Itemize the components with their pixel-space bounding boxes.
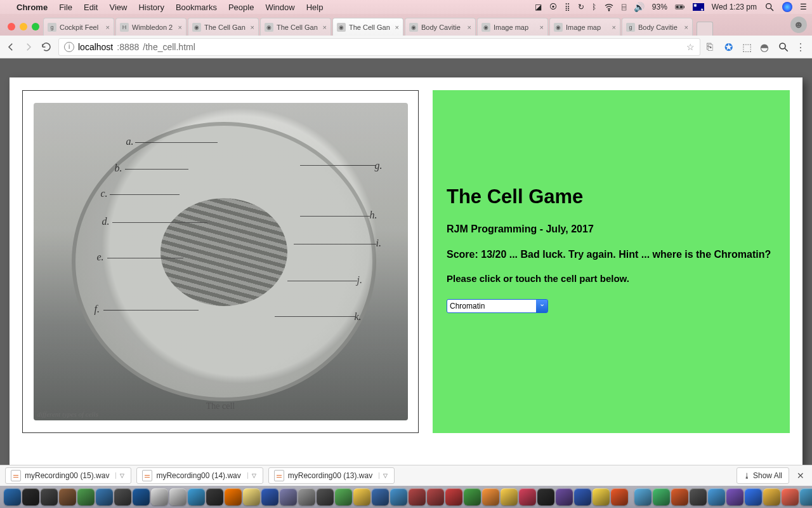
download-menu-icon[interactable]: ▽ bbox=[115, 472, 124, 479]
dock-app-icon[interactable] bbox=[427, 488, 444, 505]
dock-app-icon[interactable] bbox=[671, 488, 688, 505]
tab-close-icon[interactable]: × bbox=[178, 23, 182, 31]
download-item[interactable]: myRecording00 (15).wav▽ bbox=[5, 467, 131, 484]
dock-app-icon[interactable] bbox=[653, 488, 670, 505]
diagram-label-i[interactable]: i. bbox=[376, 237, 381, 249]
dock-app-icon[interactable] bbox=[519, 488, 536, 505]
volume-icon[interactable]: 🔊 bbox=[634, 2, 645, 12]
close-window-button[interactable] bbox=[8, 23, 15, 30]
browser-tab[interactable]: The Cell Gan× bbox=[188, 18, 259, 36]
extension-icon[interactable]: ⬚ bbox=[742, 41, 754, 53]
dock-app-icon[interactable] bbox=[206, 488, 223, 505]
cell-part-select[interactable]: Chromatin bbox=[447, 299, 548, 313]
diagram-label-j[interactable]: j. bbox=[357, 274, 362, 286]
status-icon[interactable]: ⣿ bbox=[565, 3, 570, 11]
reload-button[interactable] bbox=[41, 41, 52, 53]
browser-tab[interactable]: gCockpit Feel× bbox=[43, 18, 114, 36]
diagram-label-c[interactable]: c. bbox=[101, 188, 108, 199]
input-flag-icon[interactable] bbox=[693, 3, 704, 11]
download-menu-icon[interactable]: ▽ bbox=[379, 472, 388, 479]
menu-window[interactable]: Window bbox=[265, 3, 294, 12]
dock-app-icon[interactable] bbox=[745, 488, 762, 505]
airplay-icon[interactable]: ⌸ bbox=[622, 3, 626, 11]
diagram-label-e[interactable]: e. bbox=[97, 251, 104, 263]
tab-close-icon[interactable]: × bbox=[612, 23, 616, 31]
timemachine-icon[interactable]: ↻ bbox=[578, 3, 584, 11]
tab-close-icon[interactable]: × bbox=[395, 23, 399, 31]
browser-tab[interactable]: HWimbledon 2× bbox=[115, 18, 187, 36]
siri-icon[interactable] bbox=[782, 2, 792, 12]
downloads-show-all-button[interactable]: ⭳ Show All bbox=[737, 467, 789, 484]
dock-app-icon[interactable] bbox=[556, 488, 573, 505]
dock-app-icon[interactable] bbox=[4, 488, 21, 505]
tab-close-icon[interactable]: × bbox=[684, 23, 688, 31]
dock-app-icon[interactable] bbox=[225, 488, 242, 505]
dock-app-icon[interactable] bbox=[763, 488, 780, 505]
diagram-label-d[interactable]: d. bbox=[102, 216, 110, 227]
dock-app-icon[interactable] bbox=[133, 488, 150, 505]
dock-app-icon[interactable] bbox=[593, 488, 610, 505]
dock-app-icon[interactable] bbox=[611, 488, 628, 505]
dock-app-icon[interactable] bbox=[372, 488, 389, 505]
profile-button[interactable]: ☻ bbox=[790, 17, 807, 33]
dock-app-icon[interactable] bbox=[574, 488, 591, 505]
download-item[interactable]: myRecording00 (13).wav▽ bbox=[268, 467, 395, 484]
extension-search-icon[interactable] bbox=[778, 41, 789, 53]
browser-tab[interactable]: gBody Cavitie× bbox=[622, 18, 693, 36]
dock-app-icon[interactable] bbox=[188, 488, 205, 505]
download-item[interactable]: myRecording00 (14).wav▽ bbox=[136, 467, 263, 484]
browser-tab[interactable]: The Cell Gan× bbox=[260, 18, 331, 36]
dock-app-icon[interactable] bbox=[690, 488, 707, 505]
bluetooth-icon[interactable]: ᛒ bbox=[592, 3, 596, 11]
menu-file[interactable]: File bbox=[59, 3, 72, 12]
extension-icon[interactable]: ◓ bbox=[760, 41, 771, 53]
dock-app-icon[interactable] bbox=[782, 488, 799, 505]
browser-tab[interactable]: Image map× bbox=[477, 18, 548, 36]
dock-app-icon[interactable] bbox=[501, 488, 518, 505]
spotlight-icon[interactable] bbox=[764, 2, 775, 12]
dock-app-icon[interactable] bbox=[22, 488, 39, 505]
dock-app-icon[interactable] bbox=[537, 488, 554, 505]
dock-app-icon[interactable] bbox=[390, 488, 407, 505]
menu-help[interactable]: Help bbox=[306, 3, 324, 12]
dock-app-icon[interactable] bbox=[298, 488, 315, 505]
diagram-label-g[interactable]: g. bbox=[375, 160, 383, 171]
tab-close-icon[interactable]: × bbox=[106, 23, 110, 31]
chrome-menu-icon[interactable]: ⋮ bbox=[796, 41, 807, 53]
downloads-close-button[interactable]: ✕ bbox=[794, 471, 807, 481]
dock-app-icon[interactable] bbox=[280, 488, 297, 505]
dock-app-icon[interactable] bbox=[114, 488, 131, 505]
dock-app-icon[interactable] bbox=[59, 488, 76, 505]
download-menu-icon[interactable]: ▽ bbox=[247, 472, 256, 479]
dock-app-icon[interactable] bbox=[409, 488, 426, 505]
dock-app-icon[interactable] bbox=[445, 488, 462, 505]
status-icon[interactable]: ⦿ bbox=[549, 3, 557, 11]
forward-button[interactable] bbox=[23, 41, 34, 53]
wifi-icon[interactable] bbox=[604, 2, 614, 12]
back-button[interactable] bbox=[5, 41, 16, 53]
dock-app-icon[interactable] bbox=[726, 488, 743, 505]
dock-app-icon[interactable] bbox=[77, 488, 95, 505]
new-tab-button[interactable] bbox=[697, 22, 713, 36]
menu-view[interactable]: View bbox=[109, 3, 127, 12]
tab-close-icon[interactable]: × bbox=[251, 23, 254, 31]
dock-app-icon[interactable] bbox=[243, 488, 260, 505]
diagram-label-a[interactable]: a. bbox=[126, 136, 134, 147]
site-info-icon[interactable]: i bbox=[64, 42, 74, 52]
clock[interactable]: Wed 1:23 pm bbox=[712, 3, 757, 11]
dock-app-icon[interactable] bbox=[41, 488, 58, 505]
browser-tab[interactable]: Image map× bbox=[549, 18, 620, 36]
dock-app-icon[interactable] bbox=[96, 488, 113, 505]
dock-app-icon[interactable] bbox=[335, 488, 352, 505]
diagram-label-k[interactable]: k. bbox=[355, 311, 362, 323]
dock-app-icon[interactable] bbox=[261, 488, 278, 505]
zoom-window-button[interactable] bbox=[32, 23, 39, 30]
dock-app-icon[interactable] bbox=[151, 488, 168, 505]
tab-close-icon[interactable]: × bbox=[468, 23, 471, 31]
tab-close-icon[interactable]: × bbox=[323, 23, 327, 31]
app-name[interactable]: Chrome bbox=[16, 3, 48, 12]
extension-icon[interactable]: ⎘ bbox=[707, 41, 718, 53]
browser-tab[interactable]: The Cell Gan× bbox=[332, 18, 403, 36]
menu-history[interactable]: History bbox=[138, 3, 164, 12]
dock-app-icon[interactable] bbox=[353, 488, 370, 505]
